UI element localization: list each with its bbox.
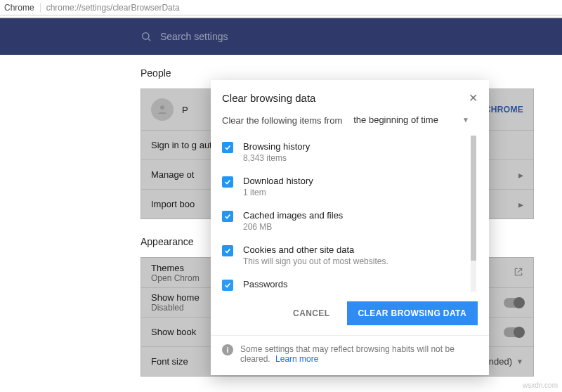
avatar — [151, 98, 174, 121]
search-icon — [140, 31, 152, 42]
clear-items-list: Browsing history8,343 items Download his… — [222, 136, 478, 292]
time-range-label: Clear the following items from — [222, 115, 342, 126]
list-item[interactable]: Download history1 item — [222, 170, 468, 204]
browser-name: Chrome — [4, 3, 41, 13]
list-item[interactable]: Cached images and files206 MB — [222, 204, 468, 239]
time-range-select[interactable]: the beginning of time ▼ — [353, 115, 469, 126]
row-title: Show home — [151, 292, 200, 303]
dialog-footer: i Some settings that may reflect browsin… — [211, 335, 489, 375]
list-item[interactable]: Browsing history8,343 items — [222, 136, 468, 170]
checkbox-download-history[interactable] — [222, 176, 233, 188]
search-placeholder: Search settings — [160, 31, 228, 42]
chevron-down-icon: ▼ — [516, 358, 523, 365]
watermark: wsxdn.com — [523, 381, 558, 389]
row-text: Import boo — [151, 199, 195, 209]
scroll-thumb[interactable] — [471, 136, 476, 261]
person-label: P — [182, 105, 188, 115]
row-title: Font size — [151, 356, 188, 367]
dialog-actions: CANCEL CLEAR BROWSING DATA — [211, 292, 489, 335]
address-url[interactable]: chrome://settings/clearBrowserData — [46, 3, 180, 13]
item-title: Cookies and other site data — [243, 244, 388, 255]
item-subtitle: This will sign you out of most websites. — [243, 256, 388, 266]
footer-text: Some settings that may reflect browsing … — [240, 344, 455, 364]
item-title: Browsing history — [243, 141, 310, 152]
item-subtitle: 18 passwords — [243, 291, 295, 292]
open-external-icon — [514, 267, 523, 279]
item-subtitle: 206 MB — [243, 222, 343, 232]
row-subtitle: Open Chrom — [151, 273, 200, 283]
chevron-right-icon: ▸ — [518, 199, 523, 210]
dialog-title: Clear browsing data — [222, 92, 315, 104]
item-subtitle: 1 item — [243, 188, 313, 197]
toggle-show-home[interactable] — [504, 298, 523, 308]
list-item[interactable]: Cookies and other site dataThis will sig… — [222, 239, 468, 273]
row-title: Themes — [151, 263, 200, 273]
address-bar: Chrome chrome://settings/clearBrowserDat… — [0, 0, 562, 15]
item-title: Cached images and files — [243, 210, 343, 221]
search-settings-field[interactable]: Search settings — [140, 31, 228, 42]
checkbox-browsing-history[interactable] — [222, 142, 233, 153]
scrollbar[interactable]: ▲ ▼ — [471, 136, 476, 292]
chevron-down-icon: ▼ — [462, 116, 469, 124]
clear-browsing-data-button[interactable]: CLEAR BROWSING DATA — [347, 301, 478, 325]
row-title: Show book — [151, 327, 196, 337]
checkbox-cookies[interactable] — [222, 245, 233, 256]
item-title: Download history — [243, 176, 313, 186]
clear-browsing-data-dialog: Clear browsing data ✕ Clear the followin… — [211, 80, 489, 375]
svg-line-1 — [148, 39, 150, 41]
settings-topbar: Search settings — [0, 18, 562, 55]
chevron-right-icon: ▸ — [518, 169, 523, 181]
checkbox-passwords[interactable] — [222, 280, 233, 291]
toggle-show-bookmarks[interactable] — [504, 327, 523, 337]
svg-point-0 — [143, 33, 149, 39]
info-icon: i — [222, 344, 233, 355]
learn-more-link[interactable]: Learn more — [275, 354, 318, 364]
checkbox-cached-files[interactable] — [222, 211, 233, 222]
list-item[interactable]: Passwords18 passwords — [222, 273, 468, 292]
item-subtitle: 8,343 items — [243, 153, 310, 163]
section-label-people: People — [140, 67, 562, 79]
svg-point-2 — [160, 105, 164, 110]
close-icon[interactable]: ✕ — [469, 91, 478, 105]
row-text: Manage ot — [151, 169, 194, 180]
row-subtitle: Disabled — [151, 303, 200, 313]
cancel-button[interactable]: CANCEL — [293, 308, 329, 318]
item-title: Passwords — [243, 279, 295, 289]
time-range-value: the beginning of time — [353, 115, 438, 125]
